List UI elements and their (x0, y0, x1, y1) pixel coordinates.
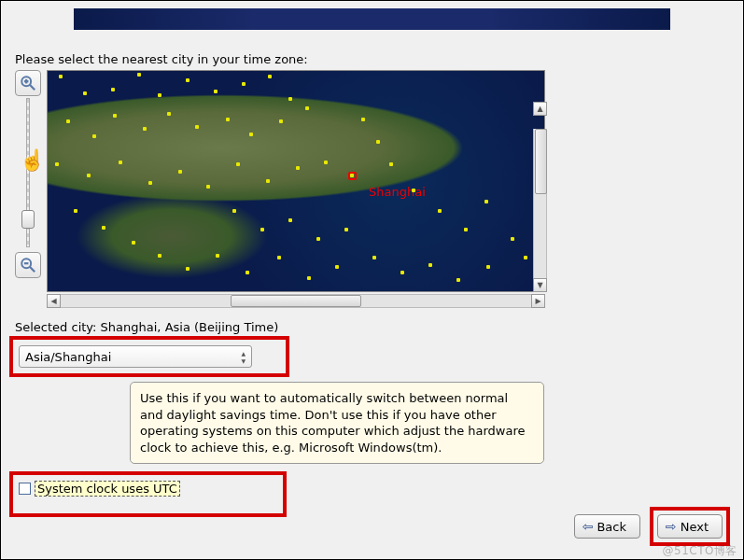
back-button[interactable]: ⇦ Back (574, 514, 640, 539)
city-dot[interactable] (206, 185, 210, 189)
utc-checkbox[interactable] (19, 483, 31, 495)
hscroll-track[interactable] (61, 294, 531, 308)
city-dot[interactable] (87, 174, 91, 177)
city-dot[interactable] (246, 271, 249, 274)
zoom-in-button[interactable] (15, 70, 41, 96)
city-dot[interactable] (113, 114, 117, 118)
city-dot[interactable] (214, 90, 218, 93)
city-dot[interactable] (158, 93, 161, 97)
city-dot[interactable] (216, 254, 219, 258)
city-dot[interactable] (372, 256, 376, 259)
city-dot[interactable] (361, 118, 365, 121)
city-dot[interactable] (428, 263, 432, 267)
city-dot[interactable] (335, 265, 339, 269)
city-dot[interactable] (158, 254, 161, 258)
back-button-label: Back (597, 520, 626, 534)
next-highlight-box: ⇨ Next (650, 507, 730, 546)
vscroll-track[interactable] (533, 129, 547, 278)
city-dot[interactable] (288, 97, 292, 101)
city-dot[interactable] (66, 119, 70, 123)
scroll-down-button[interactable]: ▼ (533, 278, 547, 292)
city-dot[interactable] (412, 189, 415, 192)
city-dot[interactable] (456, 278, 460, 282)
scroll-left-button[interactable]: ◀ (47, 294, 61, 308)
city-dot[interactable] (279, 119, 283, 123)
city-dot[interactable] (92, 134, 96, 138)
city-dot[interactable] (167, 112, 171, 116)
svg-line-5 (30, 267, 35, 272)
city-dot[interactable] (59, 75, 63, 78)
city-dot[interactable] (83, 91, 87, 95)
scroll-right-button[interactable]: ▶ (531, 294, 545, 308)
city-dot[interactable] (186, 78, 190, 82)
city-dot[interactable] (268, 75, 272, 78)
city-dot[interactable] (376, 140, 380, 144)
city-dot[interactable] (511, 237, 514, 241)
city-dot[interactable] (296, 166, 300, 170)
map-viewport[interactable]: Shanghai (47, 70, 545, 292)
city-dot[interactable] (307, 276, 311, 280)
utc-highlight-box: System clock uses UTC (9, 471, 287, 517)
combobox-spinner-icon: ▲▼ (241, 350, 246, 364)
city-dot[interactable] (178, 170, 182, 174)
arrow-left-icon: ⇦ (583, 519, 594, 534)
world-map[interactable]: Shanghai (48, 71, 544, 291)
next-button-label: Next (681, 520, 709, 534)
map-horizontal-scrollbar[interactable]: ◀ ▶ (47, 294, 545, 308)
city-dot[interactable] (232, 209, 236, 213)
next-button[interactable]: ⇨ Next (657, 514, 723, 539)
zoom-slider-handle[interactable] (21, 210, 35, 229)
city-dot[interactable] (277, 256, 281, 259)
city-dot[interactable] (242, 82, 246, 86)
city-dot[interactable] (305, 106, 309, 110)
city-dot[interactable] (186, 267, 190, 271)
city-dot[interactable] (236, 162, 240, 166)
city-dot[interactable] (524, 256, 527, 259)
city-dot[interactable] (324, 161, 328, 164)
city-dot[interactable] (400, 271, 404, 274)
map-vertical-scrollbar[interactable]: ▲ ▼ (533, 102, 547, 279)
timezone-highlight-box: Asia/Shanghai ▲▼ (9, 336, 289, 377)
city-dot[interactable] (119, 161, 122, 164)
header-banner (74, 8, 670, 30)
city-dot[interactable] (132, 241, 135, 245)
city-dot[interactable] (55, 162, 59, 166)
city-dot[interactable] (350, 174, 354, 177)
cursor-pointer-icon: ☝️ (20, 148, 45, 172)
city-dot[interactable] (316, 237, 320, 241)
scroll-up-button[interactable]: ▲ (533, 102, 547, 116)
city-dot[interactable] (148, 181, 152, 185)
city-dot[interactable] (102, 226, 105, 230)
utc-tooltip: Use this if you want to automatically sw… (130, 382, 544, 464)
city-dot[interactable] (226, 118, 230, 121)
selected-city-text: Selected city: Shanghai, Asia (Beijing T… (15, 320, 743, 334)
zoom-out-button[interactable] (15, 252, 41, 278)
arrow-right-icon: ⇨ (666, 519, 677, 534)
city-dot[interactable] (288, 218, 292, 222)
selected-city-label: Shanghai (369, 185, 426, 199)
city-dot[interactable] (464, 228, 468, 231)
city-dot[interactable] (438, 209, 442, 213)
timezone-combobox[interactable]: Asia/Shanghai ▲▼ (19, 345, 252, 368)
hscroll-thumb[interactable] (231, 295, 361, 307)
zoom-out-icon (20, 257, 36, 273)
vscroll-thumb[interactable] (535, 129, 547, 194)
city-dot[interactable] (260, 228, 264, 231)
navigation-buttons: ⇦ Back ⇨ Next (574, 507, 730, 546)
city-dot[interactable] (137, 73, 141, 77)
svg-line-1 (30, 85, 35, 90)
timezone-value: Asia/Shanghai (25, 350, 111, 364)
city-dot[interactable] (74, 209, 77, 213)
zoom-in-icon (20, 75, 36, 91)
city-dot[interactable] (389, 162, 393, 166)
utc-checkbox-label[interactable]: System clock uses UTC (35, 481, 180, 497)
city-dot[interactable] (484, 200, 488, 203)
city-dot[interactable] (111, 88, 115, 91)
city-dot[interactable] (486, 265, 490, 269)
map-widget: Shanghai ▲ ▼ ◀ ▶ ☝️ (15, 70, 547, 311)
city-dot[interactable] (195, 125, 199, 129)
city-dot[interactable] (344, 228, 348, 231)
city-dot[interactable] (266, 179, 270, 183)
city-dot[interactable] (143, 127, 147, 131)
city-dot[interactable] (249, 133, 253, 136)
